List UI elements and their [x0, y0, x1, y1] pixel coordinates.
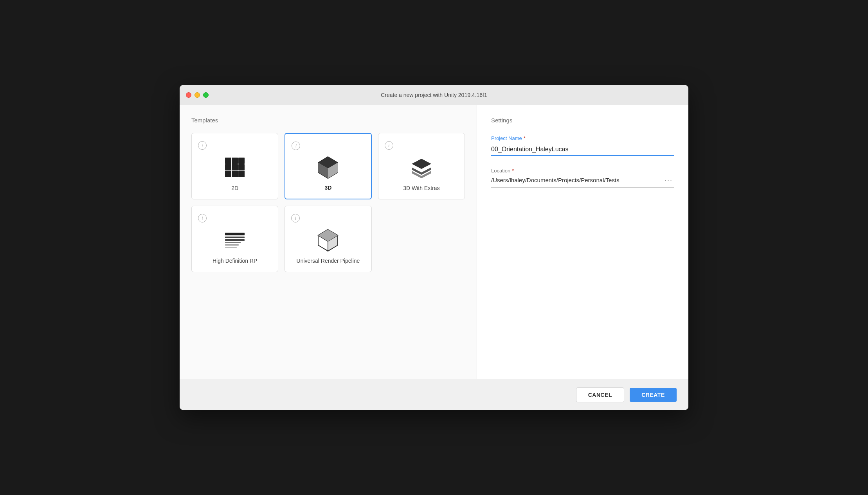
template-label-urp: Universal Render Pipeline — [291, 258, 365, 264]
maximize-button[interactable] — [203, 92, 209, 98]
template-label-3d-extras: 3D With Extras — [385, 185, 458, 191]
svg-rect-1 — [232, 158, 238, 164]
template-card-2d[interactable]: i — [191, 133, 278, 199]
templates-grid-row2: i High Definition RP — [191, 206, 465, 272]
info-icon-3d-extras[interactable]: i — [385, 141, 393, 150]
location-browse-button[interactable]: ··· — [663, 176, 674, 184]
svg-rect-0 — [225, 158, 231, 164]
templates-title: Templates — [191, 117, 465, 124]
svg-rect-21 — [225, 247, 237, 248]
svg-rect-16 — [225, 233, 245, 235]
location-label: Location * — [491, 168, 674, 174]
settings-title: Settings — [491, 117, 674, 124]
svg-rect-17 — [225, 237, 245, 238]
template-icon-3d-extras — [385, 150, 458, 185]
create-button[interactable]: CREATE — [630, 388, 677, 402]
template-card-3d-extras[interactable]: i 3D With Extras — [378, 133, 465, 199]
close-button[interactable] — [186, 92, 191, 98]
svg-rect-5 — [238, 164, 245, 170]
template-card-urp[interactable]: i Universal Render Pipeline — [285, 206, 371, 272]
template-label-hdrp: High Definition RP — [198, 258, 272, 264]
template-label-3d: 3D — [292, 185, 364, 191]
svg-rect-7 — [232, 171, 238, 177]
project-name-label: Project Name * — [491, 135, 674, 141]
template-icon-urp — [291, 222, 365, 258]
titlebar: Create a new project with Unity 2019.4.1… — [180, 85, 688, 105]
cancel-button[interactable]: CANCEL — [576, 387, 624, 402]
left-panel: Templates i — [180, 105, 477, 379]
footer: CANCEL CREATE — [180, 379, 688, 410]
content-area: Templates i — [180, 105, 688, 379]
window-title: Create a new project with Unity 2019.4.1… — [381, 92, 487, 98]
required-indicator: * — [524, 135, 526, 141]
info-icon-urp[interactable]: i — [291, 214, 300, 222]
svg-rect-18 — [225, 239, 245, 241]
template-icon-2d — [198, 150, 272, 185]
project-name-input[interactable] — [491, 143, 674, 156]
template-icon-hdrp — [198, 222, 272, 258]
svg-marker-13 — [412, 159, 431, 169]
main-window: Create a new project with Unity 2019.4.1… — [180, 85, 688, 410]
svg-rect-8 — [238, 171, 245, 177]
location-group: Location * ··· — [491, 168, 674, 188]
info-icon-hdrp[interactable]: i — [198, 214, 207, 222]
svg-rect-6 — [225, 171, 231, 177]
template-card-hdrp[interactable]: i High Definition RP — [191, 206, 278, 272]
traffic-lights — [186, 92, 209, 98]
minimize-button[interactable] — [194, 92, 200, 98]
info-icon-2d[interactable]: i — [198, 141, 207, 150]
svg-rect-4 — [232, 164, 238, 170]
svg-rect-3 — [225, 164, 231, 170]
right-panel: Settings Project Name * Location * ··· — [477, 105, 688, 379]
template-card-3d[interactable]: i 3D — [285, 133, 371, 199]
svg-rect-2 — [238, 158, 245, 164]
svg-rect-20 — [225, 244, 239, 246]
location-input[interactable] — [491, 177, 663, 183]
project-name-group: Project Name * — [491, 135, 674, 156]
location-required-indicator: * — [512, 168, 514, 174]
template-label-2d: 2D — [198, 185, 272, 191]
templates-grid-row1: i — [191, 133, 465, 199]
svg-rect-19 — [225, 242, 241, 243]
info-icon-3d[interactable]: i — [292, 142, 300, 150]
template-icon-3d — [292, 150, 364, 185]
location-row: ··· — [491, 176, 674, 188]
